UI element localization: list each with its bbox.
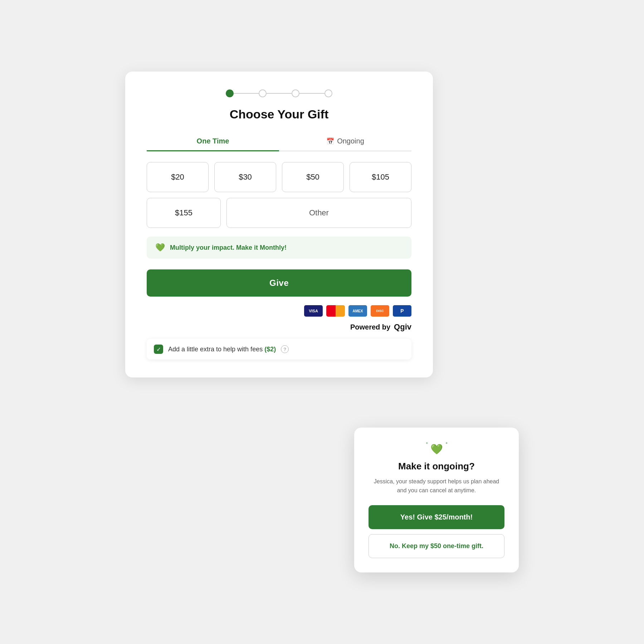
give-button[interactable]: Give <box>147 269 411 297</box>
discover-icon: DISC <box>371 305 389 317</box>
amount-grid-row2: $155 Other <box>147 198 411 228</box>
popup-yes-prefix: Yes! Give <box>400 513 435 521</box>
mastercard-icon <box>326 305 345 317</box>
amount-button-105[interactable]: $105 <box>350 162 411 192</box>
main-card: Choose Your Gift One Time 📅 Ongoing $20 … <box>125 72 433 377</box>
fee-amount: ($2) <box>264 346 276 353</box>
popup-yes-button[interactable]: Yes! Give $25/month! <box>369 505 504 529</box>
popup-yes-amount: $25 <box>434 513 446 521</box>
popup-desc-text: Jessica, your steady support helps us pl… <box>374 478 499 494</box>
tab-ongoing-label: Ongoing <box>337 137 364 145</box>
payment-icons: VISA AMEX DISC P <box>147 305 411 317</box>
step-line-1 <box>234 93 259 94</box>
popup-card: 💚 Make it ongoing? Jessica, your steady … <box>354 428 519 572</box>
popup-yes-suffix: /month! <box>447 513 473 521</box>
popup-no-button[interactable]: No. Keep my $50 one-time gift. <box>369 534 504 558</box>
fee-checkbox[interactable]: ✓ <box>154 345 163 354</box>
fee-label: Add a little extra to help with fees ($2… <box>168 346 276 353</box>
visa-icon: VISA <box>304 305 323 317</box>
step-2 <box>259 89 267 97</box>
amount-button-155[interactable]: $155 <box>147 198 221 228</box>
popup-description: Jessica, your steady support helps us pl… <box>369 477 504 495</box>
step-1 <box>226 89 234 97</box>
stepper <box>147 89 411 97</box>
amount-grid-row1: $20 $30 $50 $105 <box>147 162 411 192</box>
popup-heart-decoration: 💚 <box>369 443 504 455</box>
step-line-2 <box>267 93 292 94</box>
fee-row[interactable]: ✓ Add a little extra to help with fees (… <box>147 339 411 360</box>
promo-text: Multiply your impact. Make it Monthly! <box>170 244 287 252</box>
powered-by: Powered by Qgiv <box>147 322 411 332</box>
step-line-3 <box>299 93 325 94</box>
tab-one-time[interactable]: One Time <box>147 132 279 151</box>
scene: Choose Your Gift One Time 📅 Ongoing $20 … <box>125 72 519 572</box>
heart-icon: 💚 <box>155 243 165 252</box>
amount-button-other[interactable]: Other <box>226 198 411 228</box>
powered-by-prefix: Powered by <box>350 323 390 331</box>
amount-button-20[interactable]: $20 <box>147 162 209 192</box>
fee-help-icon[interactable]: ? <box>281 345 289 353</box>
paypal-icon: P <box>393 305 411 317</box>
fee-label-text: Add a little extra to help with fees <box>168 346 263 353</box>
monthly-promo-banner[interactable]: 💚 Multiply your impact. Make it Monthly! <box>147 236 411 259</box>
step-4 <box>325 89 332 97</box>
tabs-container: One Time 📅 Ongoing <box>147 132 411 151</box>
tab-one-time-label: One Time <box>197 137 229 145</box>
popup-title: Make it ongoing? <box>369 461 504 472</box>
amount-button-50[interactable]: $50 <box>282 162 344 192</box>
calendar-icon: 📅 <box>326 137 334 145</box>
amex-icon: AMEX <box>348 305 367 317</box>
tab-ongoing[interactable]: 📅 Ongoing <box>279 132 411 151</box>
amount-button-30[interactable]: $30 <box>214 162 276 192</box>
page-title: Choose Your Gift <box>147 107 411 121</box>
step-3 <box>292 89 299 97</box>
powered-by-brand: Qgiv <box>394 322 411 331</box>
